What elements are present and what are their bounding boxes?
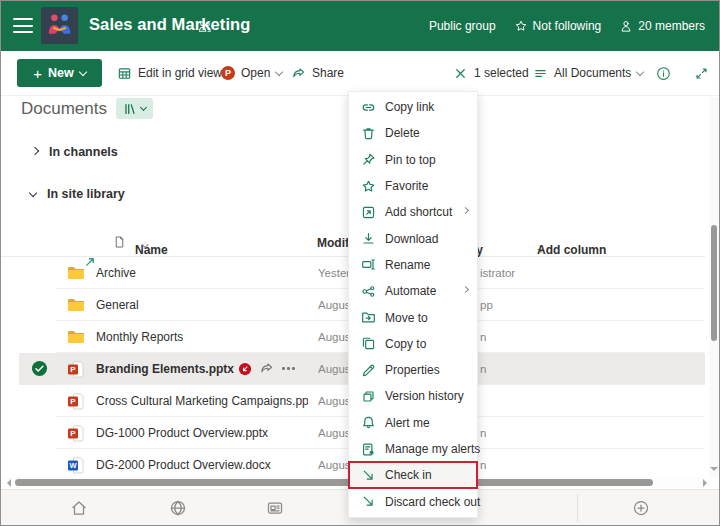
modified-cell: August xyxy=(318,395,348,407)
copy-link-icon xyxy=(361,100,376,115)
pptx-file-icon: P xyxy=(67,392,85,410)
file-name[interactable]: DG-2000 Product Overview.docx xyxy=(96,458,271,472)
section-label: In channels xyxy=(49,145,118,159)
info-icon xyxy=(656,66,671,81)
submenu-chevron-icon xyxy=(462,286,469,293)
header-actions: Public group Not following 20 members xyxy=(429,1,705,51)
hamburger-menu-icon[interactable] xyxy=(13,18,33,34)
file-name[interactable]: Branding Elements.pptx xyxy=(96,362,234,376)
svg-text:W: W xyxy=(69,461,77,470)
menu-item-move-to[interactable]: Move to xyxy=(349,304,477,330)
menu-item-copy-to[interactable]: Copy to xyxy=(349,331,477,357)
chevron-down-icon xyxy=(636,67,644,75)
scroll-left-arrow[interactable] xyxy=(3,479,11,487)
menu-item-copy-link[interactable]: Copy link xyxy=(349,94,477,120)
menu-item-label: Delete xyxy=(385,126,420,140)
view-style-pill[interactable] xyxy=(116,98,153,119)
modified-by-cell: istrator xyxy=(480,267,515,279)
view-lines-icon xyxy=(533,66,548,81)
vertical-scrollbar-thumb[interactable] xyxy=(711,225,718,341)
expand-button[interactable] xyxy=(694,59,709,87)
menu-item-properties[interactable]: Properties xyxy=(349,357,477,383)
home-icon[interactable] xyxy=(70,499,88,517)
rename-icon xyxy=(361,257,376,272)
file-type-column-icon[interactable] xyxy=(113,235,126,252)
menu-item-download[interactable]: Download xyxy=(349,225,477,251)
file-name[interactable]: Cross Cultural Marketing Campaigns.pptx xyxy=(96,394,308,408)
edit-grid-view-button[interactable]: Edit in grid view xyxy=(117,59,222,87)
menu-item-add-shortcut[interactable]: Add shortcut xyxy=(349,199,477,225)
folder-file-icon xyxy=(67,264,85,282)
teams-icon[interactable] xyxy=(197,19,212,34)
menu-item-label: Rename xyxy=(385,258,430,272)
menu-item-favorite[interactable]: Favorite xyxy=(349,173,477,199)
members-button[interactable]: 20 members xyxy=(619,19,705,33)
expand-icon xyxy=(694,66,709,81)
grid-icon xyxy=(117,66,132,81)
open-button[interactable]: P Open xyxy=(221,59,282,87)
share-icon xyxy=(291,66,306,81)
file-name[interactable]: General xyxy=(96,298,139,312)
properties-pencil-icon xyxy=(361,363,376,378)
modified-by-cell: n xyxy=(480,459,486,471)
docx-file-icon: W xyxy=(67,456,85,474)
menu-item-label: Favorite xyxy=(385,179,428,193)
globe-icon[interactable] xyxy=(169,499,187,517)
favorite-star-icon xyxy=(361,179,376,194)
file-name[interactable]: Monthly Reports xyxy=(96,330,183,344)
modified-cell: August xyxy=(318,331,348,343)
menu-item-delete[interactable]: Delete xyxy=(349,120,477,146)
file-name[interactable]: Archive xyxy=(96,266,136,280)
clear-selection-button[interactable]: 1 selected xyxy=(453,59,529,87)
scroll-down-arrow[interactable] xyxy=(710,467,718,475)
menu-item-alert-me[interactable]: Alert me xyxy=(349,410,477,436)
close-icon xyxy=(453,66,468,81)
view-selector[interactable]: All Documents xyxy=(533,59,643,87)
menu-item-version-history[interactable]: Version history xyxy=(349,383,477,409)
site-title: Sales and Marketing xyxy=(89,15,250,34)
info-button[interactable] xyxy=(656,59,671,87)
follow-button[interactable]: Not following xyxy=(514,19,602,33)
person-icon xyxy=(619,19,633,33)
news-icon[interactable] xyxy=(266,499,284,517)
site-logo[interactable] xyxy=(41,7,78,44)
menu-item-automate[interactable]: Automate xyxy=(349,278,477,304)
svg-text:P: P xyxy=(70,365,76,374)
context-menu: Copy linkDeletePin to topFavoriteAdd sho… xyxy=(348,91,478,518)
section-in-channels[interactable]: In channels xyxy=(32,145,118,159)
copy-to-icon xyxy=(361,336,376,351)
horizontal-scrollbar-thumb[interactable] xyxy=(15,479,653,486)
modified-cell: August xyxy=(318,427,348,439)
scroll-right-arrow[interactable] xyxy=(703,479,711,487)
modified-cell: August xyxy=(318,299,348,311)
menu-item-manage-my-alerts[interactable]: Manage my alerts xyxy=(349,436,477,462)
share-icon[interactable] xyxy=(259,361,274,376)
new-button[interactable]: + New xyxy=(17,59,102,87)
download-icon xyxy=(361,231,376,246)
selected-check-icon[interactable] xyxy=(31,360,48,377)
delete-icon xyxy=(361,126,376,141)
chevron-down-icon xyxy=(29,188,37,196)
file-name[interactable]: DG-1000 Product Overview.pptx xyxy=(96,426,268,440)
svg-text:P: P xyxy=(70,429,76,438)
menu-item-check-in[interactable]: Check in xyxy=(349,462,477,488)
modified-by-cell: pp xyxy=(480,299,493,311)
privacy-label: Public group xyxy=(429,19,496,33)
modified-cell: August xyxy=(318,459,348,471)
menu-item-pin-to-top[interactable]: Pin to top xyxy=(349,147,477,173)
menu-item-label: Discard check out xyxy=(385,495,480,509)
share-button[interactable]: Share xyxy=(291,59,344,87)
pin-icon xyxy=(361,152,376,167)
menu-item-rename[interactable]: Rename xyxy=(349,252,477,278)
chevron-down-icon xyxy=(78,67,86,75)
menu-item-label: Alert me xyxy=(385,416,430,430)
menu-item-label: Properties xyxy=(385,363,440,377)
row-more-actions-button[interactable] xyxy=(282,367,295,370)
menu-item-discard-check-out[interactable]: Discard check out xyxy=(349,488,477,514)
manage-alerts-icon xyxy=(361,442,376,457)
section-in-site-library[interactable]: In site library xyxy=(30,187,125,201)
vertical-scrollbar[interactable] xyxy=(709,97,719,477)
pptx-file-icon: P xyxy=(67,424,85,442)
add-icon[interactable] xyxy=(632,499,650,517)
mouse-cursor xyxy=(85,253,96,264)
